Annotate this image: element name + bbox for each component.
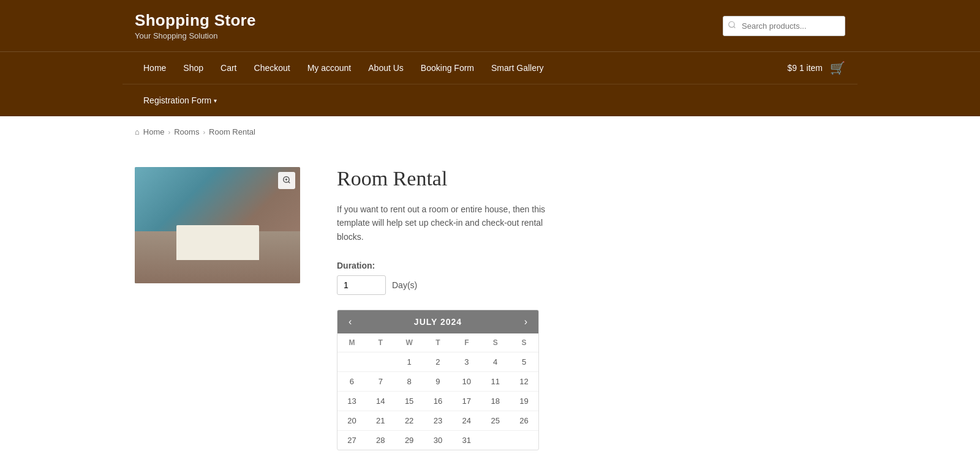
calendar-day[interactable]: 9 <box>424 372 453 392</box>
svg-point-0 <box>729 21 734 27</box>
weekday-S2: S <box>510 333 538 352</box>
weekday-F: F <box>452 333 481 352</box>
product-info: Room Rental If you want to rent out a ro… <box>337 167 845 450</box>
calendar-day[interactable]: 3 <box>452 352 481 372</box>
calendar-day[interactable]: 24 <box>452 411 481 431</box>
calendar-day[interactable]: 29 <box>395 431 424 450</box>
calendar-day[interactable]: 27 <box>337 431 366 450</box>
home-icon: ⌂ <box>135 127 140 136</box>
calendar-day[interactable]: 21 <box>366 411 395 431</box>
calendar-day[interactable]: 19 <box>510 392 538 411</box>
duration-row: Day(s) <box>337 275 845 295</box>
calendar-day[interactable]: 6 <box>337 372 366 392</box>
weekday-S1: S <box>481 333 510 352</box>
weekday-T2: T <box>424 333 453 352</box>
calendar-day[interactable]: 25 <box>481 411 510 431</box>
calendar-day[interactable]: 8 <box>395 372 424 392</box>
breadcrumb-home[interactable]: Home <box>143 127 165 136</box>
calendar-header: ‹ JULY 2024 › <box>337 310 538 333</box>
calendar-day[interactable]: 28 <box>366 431 395 450</box>
main-content: Room Rental If you want to rent out a ro… <box>123 143 858 454</box>
calendar-day[interactable]: 17 <box>452 392 481 411</box>
product-description: If you want to rent out a room or entire… <box>337 203 570 244</box>
chevron-down-icon: ▾ <box>214 97 217 104</box>
breadcrumb-sep-2: › <box>203 128 205 136</box>
search-icon <box>728 21 736 31</box>
calendar-day[interactable]: 22 <box>395 411 424 431</box>
breadcrumb-current: Room Rental <box>209 127 255 136</box>
nav-item-checkout[interactable]: Checkout <box>246 52 299 84</box>
cart-price-value: $9 <box>787 63 797 73</box>
calendar-week-row: 13141516171819 <box>337 392 538 411</box>
site-branding: Shopping Store Your Shopping Solution <box>135 11 256 40</box>
cart-price: $9 1 item <box>787 63 823 73</box>
calendar-week-row: 2728293031 <box>337 431 538 450</box>
calendar-day[interactable]: 11 <box>481 372 510 392</box>
duration-label: Duration: <box>337 261 845 270</box>
calendar-prev-button[interactable]: ‹ <box>346 316 354 327</box>
calendar-month-label: JULY 2024 <box>414 317 462 327</box>
calendar-day[interactable]: 13 <box>337 392 366 411</box>
calendar-day[interactable]: 1 <box>395 352 424 372</box>
calendar-day <box>337 352 366 372</box>
calendar-day[interactable]: 23 <box>424 411 453 431</box>
product-image <box>135 167 300 283</box>
calendar-day[interactable]: 16 <box>424 392 453 411</box>
calendar-day[interactable]: 5 <box>510 352 538 372</box>
calendar-day[interactable]: 20 <box>337 411 366 431</box>
calendar-week-row: 6789101112 <box>337 372 538 392</box>
breadcrumb: ⌂ Home › Rooms › Room Rental <box>123 116 858 143</box>
product-image-wrap <box>135 167 300 283</box>
nav-item-my-account[interactable]: My account <box>299 52 360 84</box>
breadcrumb-sep-1: › <box>168 128 171 136</box>
calendar-day <box>366 352 395 372</box>
nav-item-cart[interactable]: Cart <box>212 52 245 84</box>
nav-item-home[interactable]: Home <box>135 52 175 84</box>
product-area: Room Rental If you want to rent out a ro… <box>135 167 845 450</box>
weekday-T1: T <box>366 333 395 352</box>
breadcrumb-rooms[interactable]: Rooms <box>174 127 199 136</box>
calendar-day[interactable]: 7 <box>366 372 395 392</box>
calendar-day[interactable]: 2 <box>424 352 453 372</box>
site-header: Shopping Store Your Shopping Solution Ho… <box>0 0 980 116</box>
svg-line-1 <box>734 26 736 28</box>
calendar-day[interactable]: 15 <box>395 392 424 411</box>
site-tagline: Your Shopping Solution <box>135 31 256 40</box>
zoom-icon <box>282 176 291 186</box>
calendar-day[interactable]: 4 <box>481 352 510 372</box>
duration-unit: Day(s) <box>392 280 417 290</box>
cart-area: $9 1 item 🛒 <box>787 61 845 75</box>
calendar: ‹ JULY 2024 › M T W T F S S <box>337 310 539 450</box>
nav-item-shop[interactable]: Shop <box>175 52 212 84</box>
calendar-day[interactable]: 31 <box>452 431 481 450</box>
weekday-M: M <box>337 333 366 352</box>
calendar-day[interactable]: 14 <box>366 392 395 411</box>
nav-item-booking-form[interactable]: Booking Form <box>412 52 483 84</box>
calendar-week-row: 12345 <box>337 352 538 372</box>
zoom-button[interactable] <box>278 172 295 189</box>
calendar-next-button[interactable]: › <box>522 316 530 327</box>
product-title: Room Rental <box>337 167 845 190</box>
registration-form-label: Registration Form <box>143 95 211 105</box>
calendar-week-row: 20212223242526 <box>337 411 538 431</box>
svg-line-3 <box>288 181 290 183</box>
cart-icon[interactable]: 🛒 <box>830 61 845 75</box>
calendar-day[interactable]: 30 <box>424 431 453 450</box>
calendar-grid: M T W T F S S 12345678910111213141516171… <box>337 333 538 450</box>
nav-item-smart-gallery[interactable]: Smart Gallery <box>483 52 552 84</box>
nav-item-about-us[interactable]: About Us <box>360 52 412 84</box>
weekday-W: W <box>395 333 424 352</box>
calendar-day[interactable]: 18 <box>481 392 510 411</box>
search-input[interactable] <box>723 16 845 36</box>
room-photo <box>135 167 300 283</box>
calendar-day[interactable]: 26 <box>510 411 538 431</box>
secondary-nav: Registration Form ▾ <box>0 84 980 116</box>
site-title: Shopping Store <box>135 11 256 30</box>
nav-item-registration-form[interactable]: Registration Form ▾ <box>135 84 225 116</box>
duration-input[interactable] <box>337 275 386 295</box>
calendar-day[interactable]: 12 <box>510 372 538 392</box>
search-wrapper <box>723 16 845 36</box>
calendar-day[interactable]: 10 <box>452 372 481 392</box>
cart-item-count: 1 item <box>799 63 823 73</box>
calendar-day <box>481 431 510 450</box>
